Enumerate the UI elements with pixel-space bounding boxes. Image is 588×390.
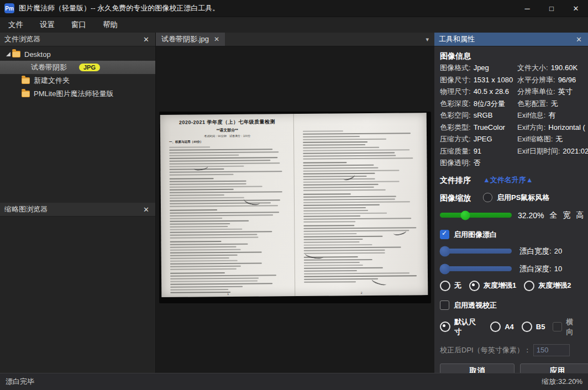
info-value: 96/96	[558, 76, 576, 84]
tools-panel-title: 工具和属性	[439, 34, 475, 44]
paper-page-2: 2	[293, 113, 428, 296]
info-value: 有	[548, 111, 555, 119]
file-browser-header: 文件浏览器 ✕	[0, 33, 155, 46]
folder-icon	[22, 91, 30, 97]
menu-window[interactable]: 窗口	[63, 17, 95, 33]
sim-text-lines	[169, 146, 287, 293]
info-label: 水平分辨率:	[517, 76, 555, 84]
tree-item-label: Desktop	[24, 50, 51, 59]
bleach-width-slider[interactable]	[440, 249, 512, 254]
file-sort-order-link[interactable]: ▲文件名升序▲	[483, 175, 533, 185]
fit-width-button[interactable]: 宽	[563, 210, 570, 220]
page-number: 2	[295, 291, 428, 295]
menu-file[interactable]: 文件	[0, 17, 32, 33]
info-value: 英寸	[558, 87, 573, 96]
tree-item-label: 新建文件夹	[34, 76, 70, 86]
zoom-slider-handle[interactable]	[460, 210, 470, 220]
zoom-slider[interactable]	[440, 213, 512, 218]
zoom-percent-value: 32.20%	[518, 211, 544, 220]
maximize-button[interactable]: □	[539, 0, 564, 17]
landscape-label: 横向	[566, 317, 580, 337]
tree-item-folder[interactable]: PMLite图片魔法师轻量版	[0, 87, 155, 101]
info-label: 压缩质量:	[440, 147, 471, 155]
page-number: 1	[161, 292, 295, 296]
doc-meta: 考试时间：90分钟 试卷满分：100分	[169, 134, 286, 138]
expand-arrow-icon[interactable]	[4, 52, 12, 56]
file-tree: Desktop 试卷带阴影 JPG 新建文件夹 PMLite图片魔法师轻量版	[0, 46, 155, 203]
tree-item-desktop[interactable]: Desktop	[0, 48, 155, 61]
menu-help[interactable]: 帮助	[95, 17, 126, 33]
bleach-width-label: 漂白宽度:	[519, 246, 552, 256]
enable-bleach-checkbox[interactable]	[440, 230, 449, 239]
image-zoom-label: 图像缩放	[440, 192, 471, 204]
menu-settings[interactable]: 设置	[32, 17, 63, 33]
apply-button[interactable]: 应用	[520, 363, 588, 374]
center-area: 试卷带阴影.jpg ✕ ▾ 2020-2021 学年度（上）七年级质量检测 **…	[156, 33, 434, 373]
dpi-input[interactable]	[533, 344, 570, 356]
bleach-depth-slider-handle[interactable]	[440, 263, 450, 274]
bleach-depth-slider[interactable]	[440, 266, 512, 271]
info-value: 1531 x 1080	[474, 76, 513, 84]
image-info-title: 图像信息	[440, 50, 588, 62]
tab-label: 试卷带阴影.jpg	[161, 34, 209, 44]
thumbnail-browser-header: 缩略图浏览器 ✕	[0, 203, 155, 217]
dpi-label: 校正后DPI（每英寸像素）：	[440, 345, 531, 355]
info-value: 8位/3分量	[474, 99, 505, 108]
document-image[interactable]: 2020-2021 学年度（上）七年级质量检测 **语文部分** 考试时间：90…	[159, 112, 431, 303]
minimize-button[interactable]: ─	[515, 0, 539, 17]
status-message: 漂白完毕	[6, 377, 34, 387]
info-label: 图像格式:	[440, 64, 471, 72]
enable-perspective-checkbox[interactable]	[440, 301, 449, 310]
ps-mouse-style-checkbox[interactable]	[483, 193, 492, 202]
tree-item-file-selected[interactable]: 试卷带阴影 JPG	[0, 61, 155, 74]
thumbnail-browser-title: 缩略图浏览器	[4, 204, 48, 214]
enable-bleach-label: 启用图像漂白	[454, 230, 497, 240]
info-label: 分辨率单位:	[517, 87, 555, 96]
info-label: Exif方向:	[517, 123, 545, 131]
image-info-grid: 图像格式:Jpeg 文件大小:190.60K 图像尺寸:1531 x 1080 …	[440, 62, 588, 169]
size-b5-radio[interactable]	[522, 322, 532, 332]
tab-active[interactable]: 试卷带阴影.jpg ✕	[156, 33, 225, 46]
bleach-width-value: 20	[554, 247, 562, 255]
landscape-checkbox[interactable]	[553, 322, 562, 331]
info-label: 压缩方式:	[440, 135, 471, 143]
enable-perspective-label: 启用透视校正	[454, 301, 497, 310]
close-button[interactable]: ✕	[564, 0, 588, 17]
gray-enhance2-label: 灰度增强2	[538, 281, 571, 291]
main-area: 文件浏览器 ✕ Desktop 试卷带阴影 JPG 新建文件夹	[0, 33, 588, 373]
info-value: 40.5 x 28.6	[474, 87, 509, 96]
tree-item-folder[interactable]: 新建文件夹	[0, 74, 155, 87]
cancel-button[interactable]: 取消	[440, 363, 514, 374]
info-value: 否	[474, 159, 481, 167]
bleach-width-slider-handle[interactable]	[440, 246, 450, 256]
file-browser-close-icon[interactable]: ✕	[141, 35, 151, 44]
size-b5-label: B5	[536, 323, 545, 331]
gray-enhance1-radio[interactable]	[469, 281, 480, 291]
thumbnail-browser-close-icon[interactable]: ✕	[141, 205, 151, 214]
gray-none-radio[interactable]	[440, 281, 450, 291]
info-value: 无	[551, 99, 558, 108]
gray-enhance2-radio[interactable]	[524, 281, 534, 291]
tab-dropdown-icon[interactable]: ▾	[426, 33, 429, 46]
fit-height-button[interactable]: 高	[576, 210, 584, 220]
size-a4-radio[interactable]	[490, 322, 501, 332]
doc-section: 一、积累与运用（40分）	[169, 139, 286, 144]
tab-close-icon[interactable]: ✕	[214, 35, 219, 43]
info-label: 文件大小:	[517, 64, 548, 72]
info-label: 色彩空间:	[440, 111, 471, 119]
file-browser-panel: 文件浏览器 ✕ Desktop 试卷带阴影 JPG 新建文件夹	[0, 33, 156, 373]
info-label: 图像尺寸:	[440, 76, 471, 84]
info-label: 色彩深度:	[440, 99, 471, 108]
size-default-radio[interactable]	[440, 322, 450, 332]
status-zoom: 缩放:32.20%	[542, 377, 582, 387]
info-value: 190.60K	[551, 64, 578, 72]
tools-panel-close-icon[interactable]: ✕	[574, 35, 584, 44]
info-value: 2021:02	[563, 147, 588, 155]
fit-all-button[interactable]: 全	[549, 210, 557, 220]
bleach-depth-value: 10	[554, 265, 562, 273]
doc-title: 2020-2021 学年度（上）七年级质量检测	[169, 118, 286, 127]
info-value: sRGB	[474, 111, 493, 119]
info-label: 图像透明:	[440, 159, 471, 167]
info-label: Exif日期时间:	[517, 147, 560, 155]
info-value: 91	[474, 147, 481, 155]
